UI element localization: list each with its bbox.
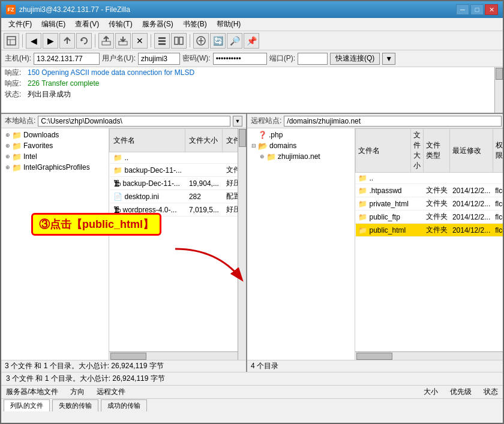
table-row[interactable]: 🗜wordpress-4.0-... 7,019,5... 好压 ZIP 压..… [110, 203, 238, 216]
local-path-dropdown[interactable]: ▼ [233, 116, 242, 127]
file-name: public_html [370, 226, 406, 234]
menu-edit[interactable]: 编辑(E) [37, 18, 70, 31]
log-scrollbar[interactable] [494, 67, 503, 113]
remote-panel-content: ❓ .php ⊟ 📂 domains ⊕ 📁 zhujimiao.net [247, 128, 504, 360]
transfer-direction: 方向 [70, 387, 85, 397]
file-name: desktop.ini [125, 193, 159, 201]
toolbar-forward[interactable]: ▶ [43, 33, 58, 49]
tree-item-downloads[interactable]: ⊕ 📁 Downloads [2, 130, 107, 140]
local-col-name[interactable]: 文件名 [110, 129, 185, 152]
toolbar-toggle-log[interactable] [154, 33, 170, 49]
file-icon: 📁 [113, 166, 122, 175]
remote-hscroll[interactable] [355, 351, 504, 360]
toolbar-sync[interactable]: 🔄 [210, 33, 226, 49]
minimize-button[interactable]: ─ [456, 4, 469, 15]
toolbar-cancel[interactable]: ✕ [132, 33, 148, 49]
tree-label-domains: domains [269, 142, 296, 150]
file-icon: 📄 [113, 193, 122, 201]
menu-server[interactable]: 服务器(S) [137, 18, 178, 31]
toolbar-search[interactable]: 🔎 [227, 33, 242, 49]
file-size: 282 [185, 190, 223, 203]
tree-item-domains[interactable]: ⊟ 📂 domains [248, 140, 353, 151]
table-row[interactable]: 📁backup-Dec-11-... 文件夹 2014/12 [110, 164, 238, 177]
tab-queued[interactable]: 列队的文件 [4, 399, 50, 411]
file-date [450, 173, 493, 184]
menu-file[interactable]: 文件(F) [4, 18, 37, 31]
toolbar-toggle-tree[interactable] [171, 33, 187, 49]
toolbar-compare[interactable] [193, 33, 209, 49]
tree-item-php[interactable]: ❓ .php [248, 130, 353, 140]
local-col-size[interactable]: 文件大小 [185, 129, 223, 152]
table-row[interactable]: 🗜backup-Dec-11-... 19,904,... 好压 GZ 压...… [110, 177, 238, 190]
table-row[interactable]: 📁.htpasswd 文件夹 2014/12/2... flcd [356, 184, 505, 197]
table-row[interactable]: 📁.. [356, 173, 505, 184]
toolbar-up[interactable] [59, 33, 75, 49]
tree-item-favorites[interactable]: ⊕ 📁 Favorites [2, 140, 107, 151]
quickconnect-button[interactable]: 快速连接(Q) [330, 53, 380, 65]
toolbar-upload[interactable] [98, 33, 114, 49]
table-row[interactable]: 📁public_ftp 文件夹 2014/12/2... flcd [356, 211, 505, 224]
file-perms [493, 173, 504, 184]
local-hscroll[interactable] [109, 351, 238, 360]
toolbar-bookmark[interactable]: 📌 [244, 33, 259, 49]
maximize-button[interactable]: □ [470, 4, 484, 15]
host-input[interactable] [34, 53, 100, 65]
local-vscroll-thumb [239, 129, 246, 147]
local-path-input[interactable] [38, 116, 230, 127]
close-button[interactable]: ✕ [485, 4, 498, 15]
transfer-server-local: 服务器/本地文件 [6, 387, 58, 397]
remote-col-perms[interactable]: 权限 [493, 129, 504, 173]
remote-col-date[interactable]: 最近修改 [450, 129, 493, 173]
tree-expand-intel: ⊕ [4, 152, 12, 161]
file-name: public_ftp [370, 213, 400, 221]
file-type: 文件夹 [424, 184, 450, 197]
toolbar-download[interactable] [115, 33, 131, 49]
file-size [185, 152, 223, 164]
table-row[interactable]: 📁public_html 文件夹 2014/12/2... flcd [356, 224, 505, 237]
toolbar-back[interactable]: ◀ [26, 33, 41, 49]
local-file-list: 文件名 文件大小 文件类型 最近修改 📁.. [109, 128, 238, 360]
file-icon: 📁 [113, 154, 122, 162]
tab-success[interactable]: 成功的传输 [101, 399, 147, 411]
tree-item-intel-graphics[interactable]: ⊕ 📁 IntelGraphicsProfiles [2, 162, 107, 173]
tree-item-intel[interactable]: ⊕ 📁 Intel [2, 151, 107, 162]
remote-col-type[interactable]: 文件类型 [424, 129, 450, 173]
toolbar-sep4 [190, 34, 190, 47]
table-row[interactable]: 📁private_html 文件夹 2014/12/2... flcd [356, 197, 505, 211]
remote-col-name[interactable]: 文件名 [356, 129, 411, 173]
file-type [223, 152, 238, 164]
username-input[interactable] [138, 53, 180, 65]
local-status-bar: 3 个文件 和 1 个目录。大小总计: 26,924,119 字节 [1, 360, 246, 372]
tree-label-favorites: Favorites [23, 142, 53, 150]
password-input[interactable] [213, 53, 267, 65]
tab-failed[interactable]: 失败的传输 [52, 399, 98, 411]
tree-expand-php [250, 131, 258, 139]
folder-icon-intel: 📁 [12, 152, 22, 161]
local-vscroll[interactable] [238, 128, 246, 360]
window-controls: ─ □ ✕ [456, 4, 498, 15]
log-label-3: 状态: [5, 89, 28, 99]
file-perms: flcd [493, 184, 504, 197]
toolbar-sitemanager[interactable] [4, 33, 19, 49]
toolbar: ◀ ▶ ✕ 🔄 🔎 📌 [1, 31, 503, 50]
svg-marker-3 [81, 39, 83, 41]
table-row[interactable]: 📄desktop.ini 282 配置设置 2014/8/ [110, 190, 238, 203]
menu-bookmarks[interactable]: 书签(B) [178, 18, 212, 31]
remote-status-text: 4 个目录 [251, 361, 278, 371]
tree-item-zhujimiao[interactable]: ⊕ 📁 zhujimiao.net [248, 151, 353, 162]
table-row[interactable]: 📁.. [110, 152, 238, 164]
log-area: 响应: 150 Opening ASCII mode data connecti… [1, 67, 503, 114]
menu-transfer[interactable]: 传输(T) [104, 18, 137, 31]
menu-view[interactable]: 查看(V) [70, 18, 104, 31]
file-name: backup-Dec-11-... [125, 166, 182, 175]
file-name: .. [370, 174, 374, 182]
remote-path-input[interactable] [284, 116, 502, 127]
quickconnect-dropdown[interactable]: ▼ [382, 53, 395, 65]
port-input[interactable] [298, 53, 328, 65]
connection-bar: 主机(H): 用户名(U): 密码(W): 端口(P): 快速连接(Q) ▼ [1, 50, 503, 67]
toolbar-refresh[interactable] [76, 33, 92, 49]
local-col-type[interactable]: 文件类型 [223, 129, 238, 152]
remote-col-size[interactable]: 文件大小 [411, 129, 424, 173]
menu-help[interactable]: 帮助(H) [212, 18, 246, 31]
file-name: backup-Dec-11-... [123, 179, 180, 188]
